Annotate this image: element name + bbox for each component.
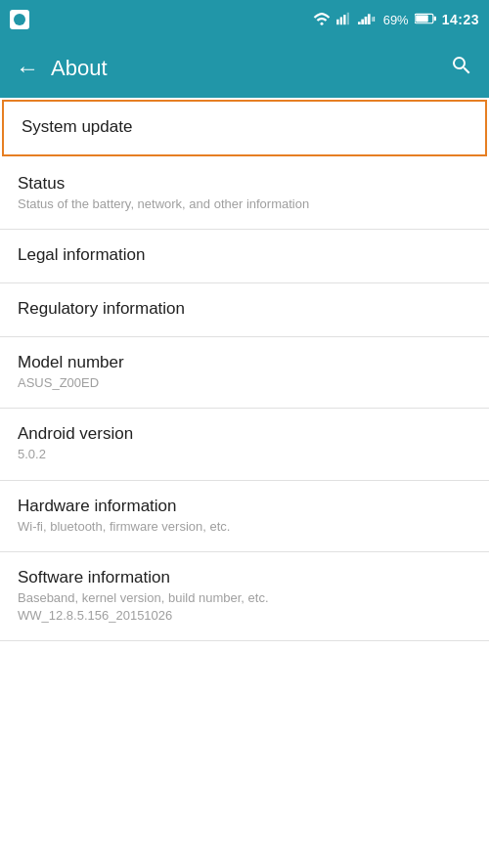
svg-rect-8	[368, 14, 371, 24]
hardware-subtitle: Wi-fi, bluetooth, firmware version, etc.	[18, 518, 471, 536]
android-version-value: 5.0.2	[18, 446, 471, 463]
back-button[interactable]: ←	[16, 55, 39, 82]
android-version-title: Android version	[18, 424, 471, 444]
settings-list: System update Status Status of the batte…	[0, 98, 489, 641]
battery-percent: 69%	[383, 13, 409, 27]
system-update-title: System update	[22, 117, 467, 137]
svg-rect-2	[339, 17, 341, 24]
menu-item-hardware[interactable]: Hardware information Wi-fi, bluetooth, f…	[0, 481, 489, 552]
bbm-icon	[10, 10, 29, 29]
menu-item-status[interactable]: Status Status of the battery, network, a…	[0, 158, 489, 230]
menu-item-model-number[interactable]: Model number ASUS_Z00ED	[0, 337, 489, 409]
software-subtitle: Baseband, kernel version, build number, …	[18, 589, 471, 625]
svg-rect-6	[361, 20, 364, 24]
svg-rect-4	[346, 12, 348, 23]
signal-icon	[336, 12, 352, 28]
status-title: Status	[18, 174, 471, 194]
time-display: 14:23	[442, 12, 479, 27]
svg-rect-11	[433, 16, 435, 21]
model-number-title: Model number	[18, 353, 471, 372]
menu-item-legal[interactable]: Legal information	[0, 230, 489, 283]
menu-item-android-version[interactable]: Android version 5.0.2	[0, 409, 489, 480]
legal-title: Legal information	[18, 245, 471, 265]
battery-icon	[415, 13, 436, 27]
app-bar: ← About	[0, 39, 489, 98]
hardware-title: Hardware information	[18, 497, 471, 516]
status-subtitle: Status of the battery, network, and othe…	[18, 195, 471, 213]
wifi-icon	[313, 12, 331, 28]
svg-rect-5	[358, 22, 361, 24]
software-title: Software information	[18, 568, 471, 587]
svg-rect-3	[343, 15, 345, 24]
page-title: About	[51, 56, 108, 81]
status-bar: il 69% 14:23	[0, 0, 489, 39]
svg-rect-7	[364, 17, 367, 24]
lte-icon: il	[358, 12, 378, 27]
svg-text:il: il	[372, 16, 376, 22]
model-number-value: ASUS_Z00ED	[18, 374, 471, 392]
svg-point-0	[320, 22, 323, 24]
svg-rect-1	[336, 19, 338, 23]
svg-rect-12	[416, 15, 428, 22]
menu-item-regulatory[interactable]: Regulatory information	[0, 283, 489, 337]
menu-item-software[interactable]: Software information Baseband, kernel ve…	[0, 552, 489, 641]
search-button[interactable]	[450, 54, 473, 83]
menu-item-system-update[interactable]: System update	[2, 100, 487, 156]
regulatory-title: Regulatory information	[18, 299, 471, 319]
